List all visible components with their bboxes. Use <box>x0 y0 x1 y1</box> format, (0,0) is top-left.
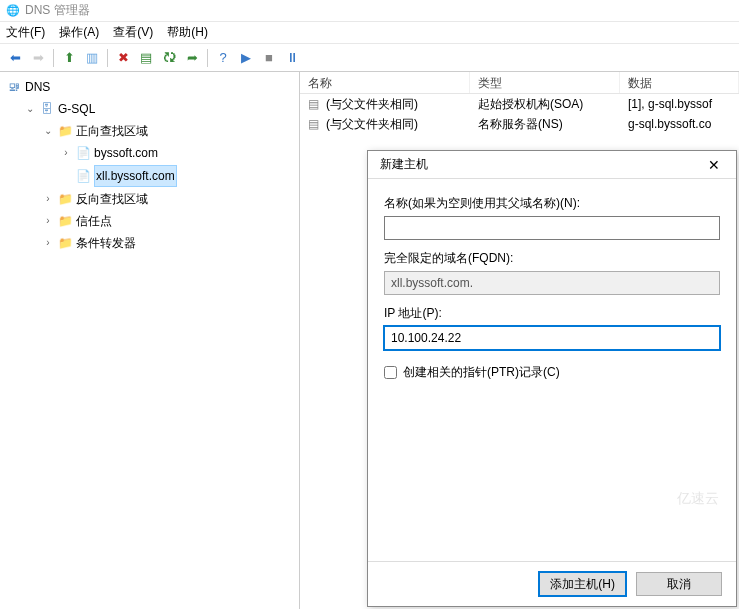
tree-node-server[interactable]: ⌄ 🗄 G-SQL <box>22 98 297 120</box>
record-row[interactable]: ▤(与父文件夹相同) 起始授权机构(SOA) [1], g-sql.byssof <box>300 94 739 114</box>
menu-view[interactable]: 查看(V) <box>113 24 153 41</box>
window-title: DNS 管理器 <box>25 2 90 19</box>
nav-forward-button[interactable]: ➡ <box>27 47 49 69</box>
add-host-button[interactable]: 添加主机(H) <box>539 572 626 596</box>
refresh-button[interactable]: 🗘 <box>158 47 180 69</box>
action-button-1[interactable]: ▶ <box>235 47 257 69</box>
export-button[interactable]: ➦ <box>181 47 203 69</box>
record-row[interactable]: ▤(与父文件夹相同) 名称服务器(NS) g-sql.byssoft.co <box>300 114 739 134</box>
fqdn-input <box>384 271 720 295</box>
action-button-3[interactable]: ⏸ <box>281 47 303 69</box>
dialog-body: 名称(如果为空则使用其父域名称)(N): 完全限定的域名(FQDN): IP 地… <box>368 179 736 561</box>
delete-button[interactable]: ✖ <box>112 47 134 69</box>
expand-icon[interactable]: › <box>42 189 54 209</box>
dialog-button-bar: 添加主机(H) 取消 <box>368 561 736 606</box>
cell-data: g-sql.byssoft.co <box>620 117 739 131</box>
folder-icon: 📁 <box>57 213 73 229</box>
tree-label: byssoft.com <box>94 143 158 163</box>
tree-label: 信任点 <box>76 211 112 231</box>
tree-label: G-SQL <box>58 99 95 119</box>
ptr-checkbox-row[interactable]: 创建相关的指针(PTR)记录(C) <box>384 364 720 381</box>
folder-icon: 📁 <box>57 191 73 207</box>
dialog-title: 新建主机 <box>380 156 428 173</box>
properties-button[interactable]: ▤ <box>135 47 157 69</box>
cancel-button[interactable]: 取消 <box>636 572 722 596</box>
server-icon: 🗄 <box>39 101 55 117</box>
cell-type: 起始授权机构(SOA) <box>470 96 620 113</box>
folder-icon: 📁 <box>57 123 73 139</box>
name-label: 名称(如果为空则使用其父域名称)(N): <box>384 195 720 212</box>
dialog-title-bar[interactable]: 新建主机 ✕ <box>368 151 736 179</box>
expand-icon[interactable]: › <box>42 233 54 253</box>
nav-tree: 🖳 DNS ⌄ 🗄 G-SQL <box>2 76 297 254</box>
ip-label: IP 地址(P): <box>384 305 720 322</box>
record-icon: ▤ <box>308 117 324 131</box>
help-button[interactable]: ? <box>212 47 234 69</box>
ip-address-input[interactable] <box>384 326 720 350</box>
window-title-bar: 🌐 DNS 管理器 <box>0 0 739 22</box>
ptr-checkbox[interactable] <box>384 366 397 379</box>
action-button-2[interactable]: ■ <box>258 47 280 69</box>
expand-icon[interactable]: › <box>42 211 54 231</box>
new-host-dialog: 新建主机 ✕ 名称(如果为空则使用其父域名称)(N): 完全限定的域名(FQDN… <box>367 150 737 607</box>
name-input[interactable] <box>384 216 720 240</box>
column-header-name[interactable]: 名称 <box>300 72 470 93</box>
nav-back-button[interactable]: ⬅ <box>4 47 26 69</box>
tree-node-reverse-zones[interactable]: › 📁 反向查找区域 <box>40 188 297 210</box>
tree-node-trust-points[interactable]: › 📁 信任点 <box>40 210 297 232</box>
toolbar: ⬅ ➡ ⬆ ▥ ✖ ▤ 🗘 ➦ ? ▶ ■ ⏸ <box>0 44 739 72</box>
tree-label: 条件转发器 <box>76 233 136 253</box>
cancel-button-label: 取消 <box>667 576 691 593</box>
zone-icon: 📄 <box>75 145 91 161</box>
menu-help[interactable]: 帮助(H) <box>167 24 208 41</box>
tree-pane: 🖳 DNS ⌄ 🗄 G-SQL <box>0 72 300 609</box>
folder-icon: 📁 <box>57 235 73 251</box>
collapse-icon[interactable]: ⌄ <box>42 121 54 141</box>
tree-node-zone-xll[interactable]: 📄 xll.byssoft.com <box>58 164 297 188</box>
ptr-checkbox-label: 创建相关的指针(PTR)记录(C) <box>403 364 560 381</box>
tree-node-zone-byssoft[interactable]: › 📄 byssoft.com <box>58 142 297 164</box>
tree-label-selected: xll.byssoft.com <box>94 165 177 187</box>
toolbar-separator <box>207 49 208 67</box>
tree-node-dns-root[interactable]: 🖳 DNS <box>4 76 297 98</box>
cell-name: (与父文件夹相同) <box>326 117 418 131</box>
expand-icon[interactable]: › <box>60 143 72 163</box>
up-level-button[interactable]: ⬆ <box>58 47 80 69</box>
close-icon: ✕ <box>708 157 720 173</box>
toolbar-separator <box>107 49 108 67</box>
collapse-icon[interactable]: ⌄ <box>24 99 36 119</box>
close-button[interactable]: ✕ <box>698 154 730 176</box>
dns-root-icon: 🖳 <box>6 79 22 95</box>
record-icon: ▤ <box>308 97 324 111</box>
toolbar-separator <box>53 49 54 67</box>
tree-label: 反向查找区域 <box>76 189 148 209</box>
tree-label: DNS <box>25 77 50 97</box>
menu-action[interactable]: 操作(A) <box>59 24 99 41</box>
cell-type: 名称服务器(NS) <box>470 116 620 133</box>
tree-node-cond-forwarders[interactable]: › 📁 条件转发器 <box>40 232 297 254</box>
column-header-data[interactable]: 数据 <box>620 72 739 93</box>
tree-node-forward-zones[interactable]: ⌄ 📁 正向查找区域 <box>40 120 297 142</box>
list-header: 名称 类型 数据 <box>300 72 739 94</box>
menu-file[interactable]: 文件(F) <box>6 24 45 41</box>
dns-app-icon: 🌐 <box>6 4 20 17</box>
menu-bar: 文件(F) 操作(A) 查看(V) 帮助(H) <box>0 22 739 44</box>
tree-label: 正向查找区域 <box>76 121 148 141</box>
fqdn-label: 完全限定的域名(FQDN): <box>384 250 720 267</box>
zone-icon: 📄 <box>75 168 91 184</box>
cell-name: (与父文件夹相同) <box>326 97 418 111</box>
cell-data: [1], g-sql.byssof <box>620 97 739 111</box>
show-hide-tree-button[interactable]: ▥ <box>81 47 103 69</box>
column-header-type[interactable]: 类型 <box>470 72 620 93</box>
add-host-button-label: 添加主机(H) <box>550 576 615 593</box>
